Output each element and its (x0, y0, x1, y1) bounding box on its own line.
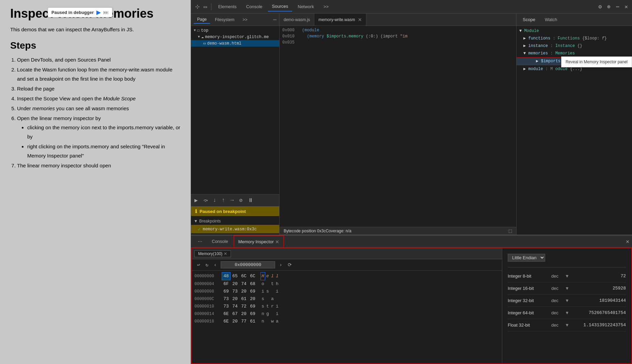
scope-functions[interactable]: ▶ functions : Functions {$loop: f} (517, 35, 632, 42)
hex-cell-2-1[interactable]: 73 (231, 288, 239, 295)
ascii-3-0[interactable]: s (260, 295, 265, 303)
ascii-2-1[interactable]: s (265, 288, 270, 295)
hex-cell-0-1[interactable]: 65 (231, 272, 239, 280)
ascii-6-3[interactable]: a (275, 318, 280, 325)
hex-cell-4-1[interactable]: 74 (231, 303, 239, 310)
hex-cell-5-0[interactable]: 6E (222, 310, 231, 318)
hex-cell-5-2[interactable]: 20 (239, 310, 248, 318)
bottom-panel-close[interactable]: ✕ (626, 238, 629, 245)
memory-address-input[interactable] (221, 261, 275, 268)
step-btn[interactable]: → (230, 197, 235, 204)
file-tab-page[interactable]: Page (194, 16, 210, 24)
ascii-1-0[interactable]: o (260, 280, 265, 288)
hex-cell-0-2[interactable]: 6C (239, 272, 248, 280)
hex-cell-0-0[interactable]: 48 (222, 272, 231, 280)
ascii-4-3[interactable]: i (275, 303, 280, 310)
file-tree-domain[interactable]: ▼ ☁ memory-inspector.glitch.me (191, 34, 279, 40)
resume-button[interactable]: ▶ (96, 9, 100, 16)
tab-more[interactable]: >> (319, 2, 333, 11)
ascii-1-2[interactable]: t (270, 280, 275, 288)
ascii-6-0[interactable]: n (260, 318, 265, 325)
resume-btn[interactable]: ▶ (194, 196, 199, 204)
hex-cell-0-3[interactable]: 6C (248, 272, 257, 280)
ascii-2-3[interactable]: i (275, 288, 280, 295)
hex-cell-6-1[interactable]: 20 (231, 318, 239, 325)
ascii-5-0[interactable]: n (260, 310, 265, 318)
bottom-tab-more-icon[interactable]: ⋯ (194, 235, 206, 247)
ascii-0-1[interactable]: e (265, 272, 270, 280)
hex-cell-3-0[interactable]: 73 (222, 295, 231, 303)
hex-cell-3-2[interactable]: 61 (239, 295, 248, 303)
deactivate-btn[interactable]: ⊘ (238, 196, 243, 204)
ascii-3-2[interactable]: a (270, 295, 275, 303)
memory-back-btn[interactable]: ↩ (196, 261, 201, 268)
hex-cell-1-1[interactable]: 20 (231, 280, 239, 288)
ascii-1-3[interactable]: h (275, 280, 280, 288)
breakpoint-item[interactable]: ✓ memory-write.wasm:0x3c (191, 225, 279, 233)
ascii-4-0[interactable]: s (260, 303, 265, 310)
cursor-icon[interactable]: ⊹ (194, 2, 201, 12)
more-icon[interactable]: ⋯ (615, 2, 621, 12)
bottom-tab-mi-close[interactable]: ✕ (275, 239, 279, 245)
hex-cell-6-2[interactable]: 77 (239, 318, 248, 325)
code-tab-demowasm-js[interactable]: demo-wasm.js (280, 14, 314, 26)
step-out-btn[interactable]: ↑ (221, 197, 226, 204)
tab-elements[interactable]: Elements (214, 2, 241, 11)
hex-cell-3-1[interactable]: 20 (231, 295, 239, 303)
breakpoints-header[interactable]: ▼ Breakpoints (191, 217, 279, 225)
hex-cell-4-2[interactable]: 72 (239, 303, 248, 310)
profile-icon[interactable]: ⊕ (606, 2, 612, 12)
expand-icon[interactable]: ⬚ (508, 229, 512, 233)
hex-cell-1-0[interactable]: 6F (222, 280, 231, 288)
memory-refresh-btn[interactable]: ⟳ (286, 261, 293, 268)
hex-cell-1-3[interactable]: 68 (248, 280, 257, 288)
ascii-4-1[interactable]: t (265, 303, 270, 310)
ascii-4-2[interactable]: r (270, 303, 275, 310)
endian-select[interactable]: Little Endian Big Endian (508, 254, 545, 262)
hex-cell-1-2[interactable]: 74 (239, 280, 248, 288)
scope-tab-scope[interactable]: Scope (519, 16, 539, 23)
close-icon[interactable]: ✕ (623, 2, 629, 12)
mobile-icon[interactable]: ▭ (202, 2, 208, 12)
ascii-2-0[interactable]: i (260, 288, 265, 295)
hex-cell-2-2[interactable]: 20 (239, 288, 248, 295)
step-into-btn[interactable]: ↓ (212, 197, 217, 204)
memory-forward-btn[interactable]: ↻ (204, 261, 209, 268)
ascii-5-3[interactable]: i (275, 310, 280, 318)
hex-cell-6-0[interactable]: 6E (222, 318, 231, 325)
memory-prev-btn[interactable]: ‹ (212, 262, 218, 268)
step-over-btn[interactable]: ⤼ (203, 196, 208, 204)
file-tree-top[interactable]: ▼ ☐ top (191, 27, 279, 34)
tab-console[interactable]: Console (242, 2, 267, 11)
pause-btn[interactable]: ⏸ (247, 197, 254, 204)
step-over-button[interactable]: ⏭ (103, 10, 109, 16)
memory-tab-close[interactable]: ✕ (224, 251, 227, 256)
file-tab-more[interactable]: >> (239, 16, 251, 23)
scope-tab-watch[interactable]: Watch (541, 16, 560, 23)
file-tree-html[interactable]: ▭ demo-wasm.html (191, 40, 279, 47)
scope-memories[interactable]: ▼ memories : Memories (517, 50, 632, 57)
tab-sources[interactable]: Sources (268, 2, 293, 12)
bottom-tab-memory-inspector[interactable]: Memory Inspector ✕ (234, 235, 284, 247)
scope-instance[interactable]: ▶ instance : Instance {} (517, 42, 632, 50)
memory-tab-100[interactable]: Memory(100) ✕ (194, 250, 231, 257)
code-tab-close[interactable]: ✕ (358, 17, 362, 22)
hex-cell-2-3[interactable]: 69 (248, 288, 257, 295)
hex-cell-2-0[interactable]: 69 (222, 288, 231, 295)
hex-cell-5-1[interactable]: 67 (231, 310, 239, 318)
ascii-0-3[interactable]: l (275, 272, 280, 280)
scope-module[interactable]: ▼ Module (517, 27, 632, 35)
hex-cell-3-3[interactable]: 20 (248, 295, 257, 303)
ascii-6-2[interactable]: w (270, 318, 275, 325)
hex-cell-6-3[interactable]: 61 (248, 318, 257, 325)
file-tree-more-btn[interactable]: ⋯ (273, 16, 276, 23)
code-tab-memory-wasm[interactable]: memory-write.wasm ✕ (314, 14, 366, 26)
settings-icon[interactable]: ⚙ (597, 2, 603, 12)
hex-cell-4-3[interactable]: 69 (248, 303, 257, 310)
tab-network[interactable]: Network (294, 2, 318, 11)
memory-next-btn[interactable]: › (278, 262, 283, 268)
ascii-5-1[interactable]: g (265, 310, 270, 318)
ascii-0-0[interactable]: H (260, 272, 265, 280)
hex-cell-4-0[interactable]: 73 (222, 303, 231, 310)
ascii-0-2[interactable]: l (270, 272, 275, 280)
